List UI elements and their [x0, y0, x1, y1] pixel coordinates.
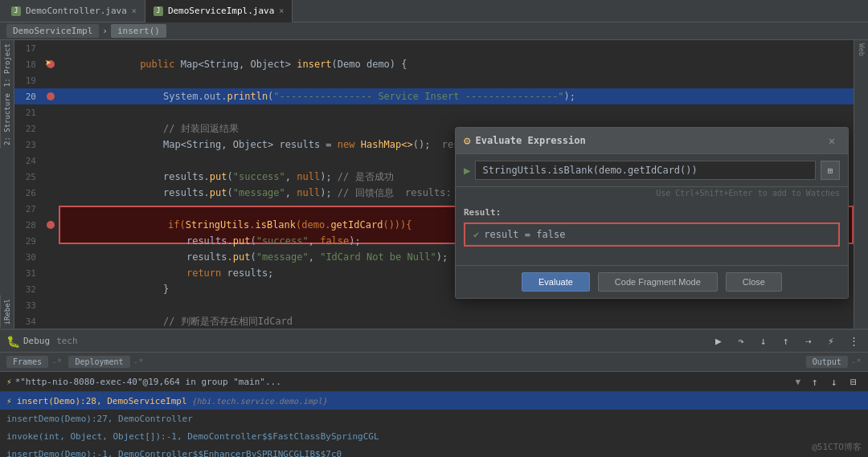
frames-section: Frames -*: [6, 356, 62, 368]
stack-up-btn[interactable]: ↑: [807, 373, 823, 390]
frames-button[interactable]: Frames: [6, 356, 48, 368]
debug-arrow: ➤: [45, 56, 51, 69]
right-panel-label[interactable]: Web: [854, 40, 868, 59]
stack-method-3: insertDemo(Demo):-1, DemoController$$Enh…: [6, 449, 342, 458]
debug-frames-bar: Frames -* Deployment -* Output -*: [0, 353, 868, 372]
tab-democontroller[interactable]: J DemoController.java ×: [3, 0, 145, 22]
stack-method-0: insert(Demo):28, DemoServiceImpl: [17, 396, 187, 406]
breadcrumb-bar: DemoServiceImpl › insert(): [0, 22, 868, 40]
debug-panel: 🐛 Debug tech ▶ ↷ ↓ ↑ ⇢ ⚡ ⋮ Frames -* Dep…: [0, 328, 868, 457]
output-button[interactable]: Output: [806, 356, 848, 368]
code-line-18: 18 public Map<String, Object> insert(Dem…: [14, 56, 854, 72]
sidebar-project-label[interactable]: 1: Project: [0, 40, 14, 90]
debug-step-over-btn[interactable]: ↷: [733, 333, 749, 349]
debug-stack: ⚡ *"http-nio-8080-exec-40"@19,664 in gro…: [0, 372, 868, 457]
breadcrumb-method[interactable]: insert(): [111, 24, 166, 38]
watermark: @51CTO博客: [812, 441, 862, 453]
stack-row-2[interactable]: invoke(int, Object, Object[]):-1, DemoCo…: [0, 427, 868, 445]
dialog-close-btn[interactable]: ✕: [824, 133, 840, 149]
dialog-input-row: ▶ ⊞: [456, 154, 848, 187]
breakpoint-28[interactable]: [47, 221, 55, 229]
debug-step-into-btn[interactable]: ↓: [755, 333, 772, 349]
tab-bar: J DemoController.java × J DemoServiceImp…: [0, 0, 868, 22]
deployment-separator: -*: [133, 357, 144, 367]
left-bottom-panel: iRebel: [0, 292, 14, 328]
code-editor: 17 18 public Map<String, Object> insert(…: [14, 40, 854, 328]
java-icon: J: [11, 6, 21, 16]
debug-tech-label: tech: [56, 336, 78, 346]
breakpoint-20[interactable]: [47, 92, 55, 100]
evaluate-button[interactable]: Evaluate: [522, 272, 590, 292]
stack-file-0: {hbi.tech.service.demo.impl}: [192, 397, 328, 406]
stack-filter-btn[interactable]: ⊟: [845, 373, 862, 390]
sidebar-structure-label[interactable]: 2: Structure: [0, 90, 14, 149]
result-check-icon: ✔: [473, 229, 479, 240]
stack-row-0[interactable]: ⚡ insert(Demo):28, DemoServiceImpl {hbi.…: [0, 392, 868, 410]
breadcrumb-class[interactable]: DemoServiceImpl: [6, 24, 99, 38]
code-line-20: 20 System.out.println("---------------- …: [14, 88, 854, 104]
code-fragment-mode-button[interactable]: Code Fragment Mode: [598, 272, 718, 292]
output-section: Output -*: [806, 356, 862, 368]
evaluate-icon: ⚙: [464, 134, 470, 147]
tab-close-active-btn[interactable]: ×: [279, 6, 284, 15]
bug-icon: 🐛: [6, 335, 20, 348]
dialog-hint: Use Ctrl+Shift+Enter to add to Watches: [456, 187, 848, 201]
deployment-section: Deployment -*: [68, 356, 143, 368]
debug-evaluate-btn[interactable]: ⚡: [823, 333, 839, 349]
deployment-button[interactable]: Deployment: [68, 356, 129, 368]
thread-icon: ⚡: [6, 377, 12, 387]
dialog-footer: Evaluate Code Fragment Mode Close: [456, 265, 848, 298]
output-separator: -*: [851, 357, 862, 367]
stack-down-btn[interactable]: ↓: [826, 373, 842, 390]
tab-close-btn[interactable]: ×: [132, 6, 137, 15]
result-label: Result:: [464, 207, 840, 218]
debug-run-to-cursor-btn[interactable]: ⇢: [800, 333, 817, 349]
right-panel: Web: [854, 40, 868, 328]
debug-resume-btn[interactable]: ▶: [710, 333, 727, 349]
irebell-label[interactable]: iRebel: [0, 296, 14, 328]
debug-step-out-btn[interactable]: ↑: [778, 333, 794, 349]
debug-toolbar: 🐛 Debug tech ▶ ↷ ↓ ↑ ⇢ ⚡ ⋮: [0, 330, 868, 353]
thread-label: *"http-nio-8080-exec-40"@19,664 in group…: [15, 377, 796, 387]
frames-separator: -*: [51, 357, 62, 367]
stack-method-2: invoke(int, Object, Object[]):-1, DemoCo…: [6, 431, 379, 442]
java-icon-active: J: [154, 6, 163, 16]
close-dialog-button[interactable]: Close: [726, 272, 782, 292]
dialog-header: ⚙ Evaluate Expression ✕: [456, 128, 848, 154]
dialog-result: Result: ✔ result = false: [456, 201, 848, 265]
thread-dropdown[interactable]: ▼: [795, 377, 800, 387]
stack-method-1: insertDemo(Demo):27, DemoController: [6, 414, 193, 424]
stack-controls: ↑ ↓ ⊟: [807, 373, 862, 390]
expression-input[interactable]: [475, 161, 816, 180]
expand-btn[interactable]: ⊞: [821, 161, 840, 180]
debug-more-btn[interactable]: ⋮: [845, 333, 862, 349]
stack-row-3[interactable]: insertDemo(Demo):-1, DemoController$$Enh…: [0, 445, 868, 457]
evaluate-dialog: ⚙ Evaluate Expression ✕ ▶ ⊞ Use Ctrl+Shi…: [455, 127, 849, 299]
dialog-title: ⚙ Evaluate Expression: [464, 134, 586, 147]
stack-arrow-0: ⚡: [6, 396, 12, 406]
eval-green-icon: ▶: [464, 164, 470, 177]
result-value-box: ✔ result = false: [464, 222, 840, 247]
stack-row-1[interactable]: insertDemo(Demo):27, DemoController: [0, 410, 868, 427]
debug-tab: 🐛 Debug: [6, 335, 50, 348]
tab-demoserviceimpl[interactable]: J DemoServiceImpl.java ×: [145, 0, 293, 22]
